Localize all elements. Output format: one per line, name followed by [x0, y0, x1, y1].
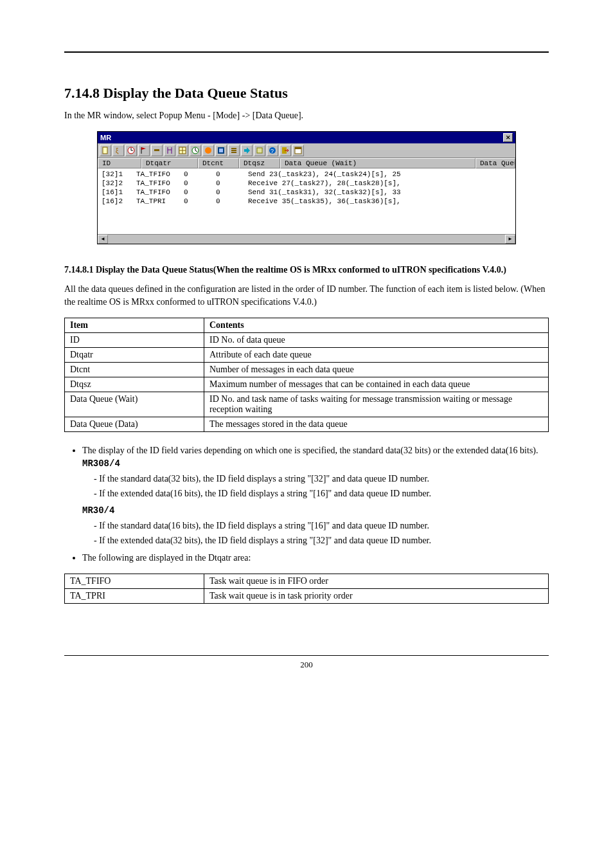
- arrows-icon[interactable]: [241, 145, 253, 156]
- subsection-heading: 7.14.8.1 Display the Data Queue Status(W…: [64, 264, 549, 276]
- list-item: If the extended data(16 bits), the ID fi…: [94, 487, 549, 500]
- flag-icon[interactable]: [138, 145, 150, 156]
- flag2-icon[interactable]: [151, 145, 163, 156]
- col-header-dtcnt[interactable]: Dtcnt: [198, 158, 239, 168]
- scroll-left-icon[interactable]: ◄: [98, 235, 108, 244]
- table-row: Data Queue (Data)The messages stored in …: [65, 417, 549, 432]
- close-icon[interactable]: ✕: [503, 133, 513, 142]
- subsection-title-text: Display the Data Queue Status(When the r…: [96, 265, 506, 275]
- section-number: 7.14.8: [64, 85, 100, 101]
- col-header-id[interactable]: ID: [98, 158, 141, 168]
- svg-text:?: ?: [271, 148, 274, 154]
- svg-rect-11: [231, 152, 236, 153]
- page-footer: 200: [64, 655, 549, 670]
- fn-icon[interactable]: [164, 145, 175, 156]
- window-icon[interactable]: [292, 145, 304, 156]
- svg-rect-17: [295, 147, 301, 149]
- mr-grid-header: ID Dtqatr Dtcnt Dtqsz Data Queue (Wait) …: [98, 158, 515, 168]
- dollar-icon[interactable]: ξ: [112, 145, 124, 156]
- svg-rect-3: [154, 149, 159, 151]
- mr-window-title: MR: [100, 134, 111, 141]
- subsection-paragraph: All the data queues defined in the confi…: [64, 283, 549, 309]
- table-row[interactable]: [32]1 TA_TFIFO 0 0 Send 23(_task23), 24(…: [98, 170, 515, 179]
- svg-text:ξ: ξ: [116, 147, 119, 154]
- table-row: Data Queue (Wait)ID No. and task name of…: [65, 392, 549, 417]
- section-title-text: Display the Data Queue Status: [103, 85, 288, 101]
- svg-rect-8: [219, 149, 223, 152]
- exit-icon[interactable]: [280, 145, 291, 156]
- bullet-id-field: The display of the ID field varies depen…: [82, 444, 549, 547]
- table-row: IDID No. of data queue: [65, 333, 549, 348]
- horizontal-scrollbar[interactable]: ◄ ►: [98, 234, 515, 244]
- amber-icon[interactable]: [202, 145, 214, 156]
- clock2-icon[interactable]: [190, 145, 201, 156]
- q-icon[interactable]: ?: [267, 145, 278, 156]
- table-row: TA_TFIFOTask wait queue is in FIFO order: [65, 574, 549, 589]
- col-header-wait[interactable]: Data Queue (Wait): [280, 158, 475, 168]
- items-table: Item Contents IDID No. of data queue Dtq…: [64, 318, 549, 432]
- svg-rect-9: [231, 148, 236, 149]
- list-item: If the standard data(32 bits), the ID fi…: [94, 472, 549, 485]
- list-item: If the standard data(16 bits), the ID fi…: [94, 519, 549, 532]
- svg-rect-12: [257, 148, 262, 153]
- col-header-data[interactable]: Data Queue (Data): [475, 158, 515, 168]
- mr308-label: MR308/4: [82, 457, 549, 471]
- col-header-dtqsz[interactable]: Dtqsz: [239, 158, 280, 168]
- mr-toolbar: ξ ?: [98, 143, 515, 158]
- grid2-icon[interactable]: [215, 145, 227, 156]
- dtqatr-table: TA_TFIFOTask wait queue is in FIFO order…: [64, 574, 549, 604]
- grid-icon[interactable]: [177, 145, 188, 156]
- table-row: DtcntNumber of messages in each data que…: [65, 363, 549, 377]
- list-item: If the extended data(32 bits), the ID fi…: [94, 534, 549, 547]
- mr30-label: MR30/4: [82, 504, 549, 518]
- bars-icon[interactable]: [228, 145, 240, 156]
- svg-rect-0: [103, 147, 107, 154]
- table-row: DtqszMaximum number of messages that can…: [65, 377, 549, 392]
- doc-icon[interactable]: [100, 145, 111, 156]
- bullet-dtqatr: The following are displayed in the Dtqat…: [82, 551, 549, 565]
- intro-paragraph: In the MR window, select Popup Menu - [M…: [64, 109, 549, 122]
- table-row[interactable]: [16]2 TA_TPRI 0 0 Receive 35(_task35), 3…: [98, 197, 515, 206]
- blank-icon[interactable]: [254, 145, 265, 156]
- svg-rect-10: [231, 150, 236, 151]
- table-row[interactable]: [16]1 TA_TFIFO 0 0 Send 31(_task31), 32(…: [98, 188, 515, 197]
- mr-titlebar: MR ✕: [98, 132, 515, 143]
- mr-window: MR ✕ ξ ? ID Dtqatr Dtcnt Dtqsz Dat: [97, 131, 516, 244]
- section-heading: 7.14.8 Display the Data Queue Status: [64, 85, 549, 102]
- table-row: TA_TPRITask wait queue is in task priori…: [65, 589, 549, 604]
- svg-point-6: [205, 147, 211, 154]
- clock-icon[interactable]: [125, 145, 137, 156]
- scroll-right-icon[interactable]: ►: [505, 235, 515, 244]
- col-header-dtqatr[interactable]: Dtqatr: [141, 158, 198, 168]
- table-row[interactable]: [32]2 TA_TFIFO 0 0 Receive 27(_task27), …: [98, 179, 515, 188]
- table-row: DtqatrAttribute of each date queue: [65, 348, 549, 363]
- subsection-number: 7.14.8.1: [64, 265, 94, 275]
- page-number: 200: [300, 660, 313, 669]
- items-table-header-contents: Contents: [204, 318, 549, 333]
- items-table-header-item: Item: [65, 318, 204, 333]
- mr-grid-body: [32]1 TA_TFIFO 0 0 Send 23(_task23), 24(…: [98, 168, 515, 234]
